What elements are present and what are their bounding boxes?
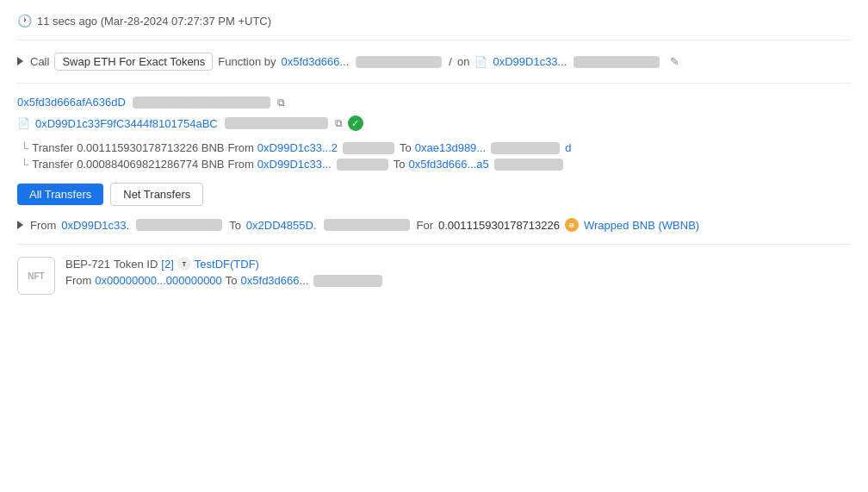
call-row: Call Swap ETH For Exact Tokens Function …	[17, 53, 851, 84]
timestamp-text: 11 secs ago (Mar-28-2024 07:27:37 PM +UT…	[37, 15, 271, 28]
copy-caller-icon[interactable]: ⧉	[277, 97, 285, 109]
transfer-to-suffix-1[interactable]: d	[565, 141, 571, 154]
function-badge: Swap ETH For Exact Tokens	[54, 53, 213, 71]
transfer-from-1[interactable]: 0xD99D1c33...2	[257, 141, 338, 154]
triangle-expand-icon[interactable]	[17, 55, 25, 68]
transfer-to-2[interactable]: 0x5fd3d666...a5	[409, 158, 489, 171]
clock-icon: 🕐	[17, 14, 32, 28]
token-name[interactable]: Wrapped BNB (WBNB)	[584, 219, 699, 232]
to-label-detail: To	[229, 219, 241, 232]
address-section: 0x5fd3d666afA636dD ⧉ 📄 0xD99D1c33F9fC344…	[17, 96, 851, 131]
nft-from-label: From	[65, 274, 91, 287]
token-id-label: Token ID	[114, 258, 158, 271]
nft-label: NFT	[28, 271, 44, 281]
nft-token-name[interactable]: TestDF(TDF)	[195, 258, 259, 271]
edit-icon[interactable]: ✎	[670, 55, 679, 68]
caller-address-row: 0x5fd3d666afA636dD ⧉	[17, 96, 851, 109]
tab-net-transfers[interactable]: Net Transfers	[110, 183, 203, 206]
timestamp-row: 🕐 11 secs ago (Mar-28-2024 07:27:37 PM +…	[17, 14, 851, 40]
transfer-row-2: └ Transfer 0.000884069821286774 BNB From…	[17, 158, 851, 171]
transfer-from-2[interactable]: 0xD99D1c33...	[257, 158, 332, 171]
token-id-value[interactable]: [2]	[161, 258, 173, 271]
transfer-detail-row: From 0xD99D1c33. To 0x2DD4855D. For 0.00…	[17, 218, 851, 245]
from-label-detail: From	[30, 219, 56, 232]
nft-badge: NFT	[17, 257, 55, 295]
caller-full-address[interactable]: 0x5fd3d666afA636dD	[17, 96, 126, 109]
on-label: on	[457, 55, 469, 68]
transfer-amount-2: 0.000884069821286774 BNB	[77, 158, 224, 171]
nft-to-address[interactable]: 0x5fd3d666...	[241, 274, 309, 287]
tab-all-transfers[interactable]: All Transfers	[17, 184, 103, 205]
caller-redacted	[354, 55, 443, 69]
contract-address-link[interactable]: 0xD99D1c33...	[493, 55, 567, 68]
transfer-bullet-2: └	[21, 158, 28, 171]
caller-address-link[interactable]: 0x5fd3d666...	[282, 55, 350, 68]
transfer-row-1: └ Transfer 0.001115930178713226 BNB From…	[17, 141, 851, 154]
verified-icon: ✓	[348, 115, 363, 131]
tab-row: All Transfers Net Transfers	[17, 183, 851, 206]
transfer-to-1[interactable]: 0xae13d989...	[415, 141, 486, 154]
doc-icon-2: 📄	[17, 117, 30, 129]
wbnb-icon: B	[565, 218, 579, 232]
nft-section: NFT BEP-721 Token ID [2] T TestDF(TDF) F…	[17, 257, 851, 295]
nft-info: BEP-721 Token ID [2] T TestDF(TDF) From …	[65, 257, 384, 287]
slash-separator: /	[449, 55, 452, 68]
detail-from-address[interactable]: 0xD99D1c33.	[61, 219, 129, 232]
contract-address-row: 📄 0xD99D1c33F9fC3444f8101754aBC ⧉ ✓	[17, 115, 851, 131]
tdf-icon: T	[177, 257, 191, 271]
transfer-bullet-1: └	[21, 141, 28, 154]
copy-contract-icon[interactable]: ⧉	[335, 117, 343, 129]
doc-icon: 📄	[474, 56, 487, 68]
token-standard: BEP-721	[65, 258, 110, 271]
transfers-section: └ Transfer 0.001115930178713226 BNB From…	[17, 141, 851, 171]
triangle-expand-detail[interactable]	[17, 219, 25, 232]
nft-from-line: From 0x00000000...000000000 To 0x5fd3d66…	[65, 274, 384, 287]
function-by-label: Function by	[218, 55, 276, 68]
detail-to-address[interactable]: 0x2DD4855D.	[246, 219, 317, 232]
for-label-detail: For	[417, 219, 434, 232]
detail-amount: 0.001115930178713226	[438, 219, 560, 232]
transfer-amount-1: 0.001115930178713226 BNB	[77, 141, 224, 154]
contract-redacted	[572, 55, 661, 69]
nft-token-line: BEP-721 Token ID [2] T TestDF(TDF)	[65, 257, 384, 271]
nft-to-label: To	[226, 274, 238, 287]
nft-from-address[interactable]: 0x00000000...000000000	[95, 274, 221, 287]
call-label: Call	[30, 55, 49, 68]
contract-full-address[interactable]: 0xD99D1c33F9fC3444f8101754aBC	[35, 117, 218, 130]
